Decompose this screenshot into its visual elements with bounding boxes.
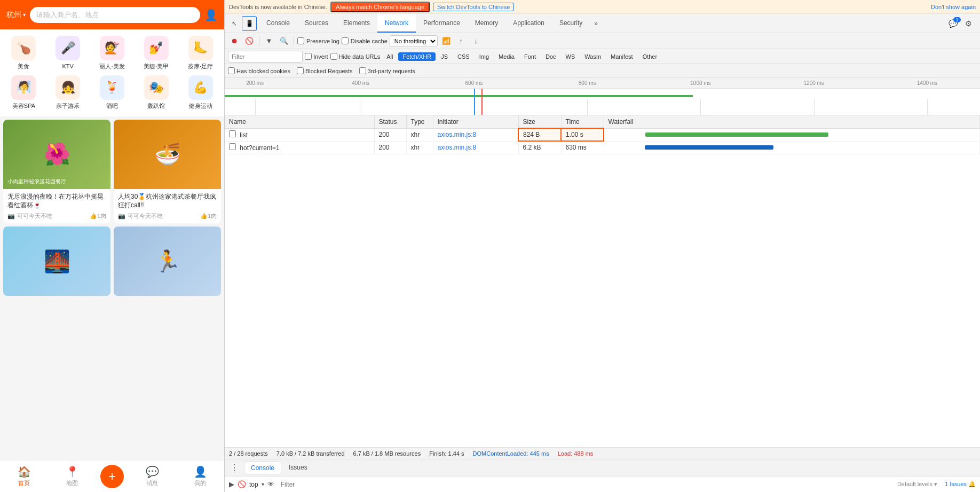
search-icon-btn[interactable]: 🔍 — [278, 35, 290, 48]
requests-count: 2 / 28 requests — [229, 450, 268, 457]
col-time[interactable]: Time — [561, 115, 604, 128]
more-tabs-button[interactable]: » — [590, 20, 602, 27]
filter-input[interactable] — [228, 51, 303, 63]
blocked-requests-checkbox[interactable] — [297, 67, 304, 74]
throttle-select[interactable]: No throttling — [390, 35, 438, 47]
nav-item-messages[interactable]: 💬 消息 — [128, 465, 176, 487]
import-icon-btn[interactable]: ↑ — [455, 35, 468, 48]
play-icon[interactable]: ▶ — [229, 480, 234, 488]
eye-icon[interactable]: 👁 — [267, 480, 274, 488]
row-checkbox-hot[interactable] — [229, 143, 236, 150]
console-tab-console[interactable]: Console — [244, 462, 281, 474]
tab-sources[interactable]: Sources — [297, 14, 336, 33]
user-icon[interactable]: 👤 — [204, 9, 218, 21]
tab-security[interactable]: Security — [552, 14, 590, 33]
disable-cache-text: Disable cache — [351, 38, 388, 44]
category-item-massage[interactable]: 🦶 按摩·足疗 — [181, 36, 220, 70]
col-status[interactable]: Status — [374, 115, 406, 128]
third-party-label[interactable]: 3rd-party requests — [359, 67, 415, 74]
category-item-food[interactable]: 🍗 美食 — [4, 36, 43, 70]
bottom-filter-input[interactable] — [278, 479, 894, 490]
tab-application[interactable]: Application — [505, 14, 552, 33]
filter-img[interactable]: Img — [475, 52, 493, 61]
card-4[interactable]: 🏃 — [114, 227, 221, 296]
col-type[interactable]: Type — [406, 115, 433, 128]
hide-data-urls-text: Hide data URLs — [339, 53, 381, 60]
initiator-link-hot[interactable]: axios.min.js:8 — [438, 144, 477, 151]
filter-other[interactable]: Other — [638, 52, 662, 61]
filter-font[interactable]: Font — [520, 52, 540, 61]
disable-cache-label[interactable]: Disable cache — [342, 37, 388, 44]
row-checkbox-list[interactable] — [229, 130, 236, 137]
card-3[interactable]: 🌉 — [3, 227, 110, 296]
cursor-icon[interactable]: ↖ — [227, 16, 242, 31]
filter-media[interactable]: Media — [494, 52, 519, 61]
filter-css[interactable]: CSS — [453, 52, 474, 61]
col-name[interactable]: Name — [225, 115, 374, 128]
switch-language-button[interactable]: Switch DevTools to Chinese — [433, 3, 514, 11]
filter-wasm[interactable]: Wasm — [580, 52, 605, 61]
category-item-kids[interactable]: 👧 亲子游乐 — [49, 75, 88, 110]
category-item-spa[interactable]: 🧖 美容SPA — [4, 75, 43, 110]
match-language-button[interactable]: Always match Chrome's language — [330, 2, 430, 12]
chevron-down-bottom-icon[interactable]: ▾ — [262, 481, 264, 487]
third-party-checkbox[interactable] — [359, 67, 366, 74]
category-item-nail[interactable]: 💅 美睫·美甲 — [137, 36, 176, 70]
hide-data-urls-label[interactable]: Hide data URLs — [330, 53, 381, 60]
nav-item-map[interactable]: 📍 地图 — [48, 465, 96, 487]
preserve-log-label[interactable]: Preserve log — [297, 37, 339, 44]
export-icon-btn[interactable]: ↓ — [470, 35, 483, 48]
add-button[interactable]: + — [100, 465, 124, 488]
table-row[interactable]: hot?current=1 200 xhr axios.min.js:8 6.2… — [225, 141, 980, 154]
levels-select[interactable]: Default levels ▾ — [897, 481, 937, 488]
filter-js[interactable]: JS — [437, 52, 452, 61]
filter-doc[interactable]: Doc — [541, 52, 560, 61]
console-tab-issues[interactable]: Issues — [282, 462, 314, 474]
category-item-beauty[interactable]: 💇 丽人·美发 — [93, 36, 132, 70]
hide-data-urls-checkbox[interactable] — [330, 53, 337, 60]
blocked-requests-label[interactable]: Blocked Requests — [297, 67, 353, 74]
preserve-log-checkbox[interactable] — [297, 37, 304, 44]
category-item-fitness[interactable]: 💪 健身运动 — [181, 75, 220, 110]
filter-fetch-xhr[interactable]: Fetch/XHR — [398, 52, 436, 61]
stop-button[interactable]: 🚫 — [243, 35, 256, 48]
tab-memory[interactable]: Memory — [468, 14, 505, 33]
filter-ws[interactable]: WS — [562, 52, 580, 61]
mobile-device-icon[interactable]: 📱 — [242, 16, 257, 31]
filter-icon-btn[interactable]: ▼ — [263, 35, 275, 48]
invert-checkbox[interactable] — [305, 53, 312, 60]
dismiss-button[interactable]: Don't show again — [931, 4, 976, 10]
tab-console[interactable]: Console — [259, 14, 297, 33]
tab-elements[interactable]: Elements — [336, 14, 377, 33]
table-row[interactable]: list 200 xhr axios.min.js:8 824 B 1.00 s — [225, 128, 980, 141]
filter-manifest[interactable]: Manifest — [606, 52, 637, 61]
console-menu-icon[interactable]: ⋮ — [228, 462, 241, 474]
col-size[interactable]: Size — [518, 115, 561, 128]
card-1[interactable]: 🌺 小肉里种秘浪漫花园餐厅 无尽浪漫的夜晚！在万花丛中摇晃看红酒杯🍷 📷 可可今… — [3, 120, 110, 224]
col-initiator[interactable]: Initiator — [433, 115, 518, 128]
card-2[interactable]: 🍜 人均30🏅杭州这家港式茶餐厅我疯狂打call!! 📷 可可今天不吃 👍1肉 — [114, 120, 221, 224]
wifi-icon-btn[interactable]: 📶 — [440, 35, 453, 48]
nav-item-home[interactable]: 🏠 首页 — [0, 465, 48, 487]
tab-network[interactable]: Network — [377, 14, 416, 33]
category-item-party[interactable]: 🎭 轰趴馆 — [137, 75, 176, 110]
stop-icon-bottom[interactable]: 🚫 — [238, 480, 246, 488]
category-item-bar[interactable]: 🍹 酒吧 — [93, 75, 132, 110]
has-blocked-cookies-checkbox[interactable] — [228, 67, 235, 74]
status-bar: 2 / 28 requests 7.0 kB / 7.2 kB transfer… — [225, 447, 980, 459]
filter-all[interactable]: All — [382, 52, 397, 61]
nav-item-profile[interactable]: 👤 我的 — [176, 465, 224, 487]
initiator-link-list[interactable]: axios.min.js:8 — [438, 131, 477, 138]
col-waterfall[interactable]: Waterfall — [604, 115, 980, 128]
record-button[interactable]: ⏺ — [228, 35, 241, 48]
disable-cache-checkbox[interactable] — [342, 37, 349, 44]
invert-label[interactable]: Invert — [305, 53, 328, 60]
settings-icon-btn[interactable]: ⚙ — [961, 16, 976, 31]
tab-performance[interactable]: Performance — [416, 14, 468, 33]
category-item-ktv[interactable]: 🎤 KTV — [49, 36, 88, 70]
issues-count[interactable]: 1 Issues 🔔 — [945, 481, 976, 488]
has-blocked-cookies-label[interactable]: Has blocked cookies — [228, 67, 290, 74]
city-selector[interactable]: 杭州 ▾ — [6, 10, 26, 20]
messages-icon-btn[interactable]: 💬 1 — [949, 19, 958, 28]
search-bar[interactable]: 请输入商户名、地点 — [30, 7, 200, 23]
